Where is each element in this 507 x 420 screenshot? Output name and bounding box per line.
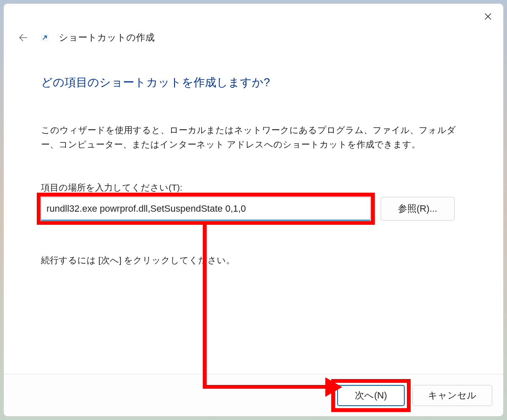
location-input[interactable] bbox=[41, 197, 371, 221]
browse-button[interactable]: 参照(R)... bbox=[381, 197, 455, 221]
continue-instruction: 続行するには [次へ] をクリックしてください。 bbox=[41, 254, 466, 266]
location-input-wrap bbox=[41, 197, 371, 221]
header-row: ショートカットの作成 bbox=[4, 22, 503, 45]
next-button[interactable]: 次へ(N) bbox=[337, 385, 405, 406]
cancel-button[interactable]: キャンセル bbox=[412, 385, 492, 406]
close-icon bbox=[485, 13, 491, 20]
wizard-title: ショートカットの作成 bbox=[59, 31, 155, 44]
input-row: 参照(R)... bbox=[41, 197, 466, 221]
back-arrow-icon bbox=[18, 32, 29, 43]
dialog-footer: 次へ(N) キャンセル bbox=[4, 374, 503, 416]
back-button[interactable] bbox=[16, 30, 31, 45]
content-area: どの項目のショートカットを作成しますか? このウィザードを使用すると、ローカルま… bbox=[4, 45, 503, 374]
location-field-label: 項目の場所を入力してください(T): bbox=[41, 182, 466, 194]
wizard-question: どの項目のショートカットを作成しますか? bbox=[41, 75, 466, 90]
create-shortcut-dialog: ショートカットの作成 どの項目のショートカットを作成しますか? このウィザードを… bbox=[3, 3, 504, 417]
titlebar bbox=[4, 4, 503, 22]
shortcut-icon bbox=[40, 33, 49, 42]
next-button-wrap: 次へ(N) bbox=[337, 385, 405, 406]
wizard-description: このウィザードを使用すると、ローカルまたはネットワークにあるプログラム、ファイル… bbox=[41, 123, 466, 151]
